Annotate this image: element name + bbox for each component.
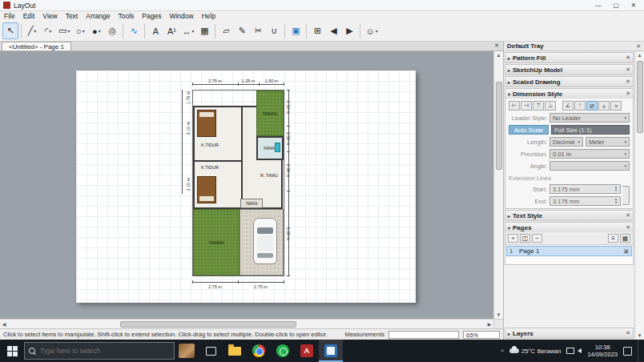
page-list-item[interactable]: 1 Page 1 ▣ bbox=[506, 246, 632, 256]
menu-help[interactable]: Help bbox=[198, 12, 219, 20]
green-app-button[interactable] bbox=[271, 340, 295, 362]
taskbar-app-photo[interactable] bbox=[175, 340, 199, 362]
join-tool[interactable]: ∪ bbox=[266, 22, 282, 39]
section-close-icon[interactable]: ✕ bbox=[626, 330, 630, 336]
weather-widget[interactable]: 25°C Berawan bbox=[509, 348, 561, 355]
scaled-drawing-header[interactable]: ▸ Scaled Drawing ✕ bbox=[505, 77, 633, 86]
maximize-button[interactable]: ▢ bbox=[607, 0, 625, 11]
document-tab[interactable]: <Untitled> - Page 1 bbox=[2, 42, 71, 50]
tray-scroll-thumb[interactable] bbox=[637, 61, 643, 133]
style-tool[interactable]: ✎ bbox=[234, 22, 250, 39]
scroll-down-icon[interactable]: ▼ bbox=[497, 311, 501, 319]
vertical-scroll-thumb[interactable] bbox=[496, 82, 502, 170]
start-button[interactable] bbox=[0, 340, 24, 362]
red-app-button[interactable]: A bbox=[295, 340, 319, 362]
start-length-stepper[interactable]: 3.175 mm ▲▼ bbox=[549, 184, 621, 194]
dim-units-button[interactable]: ° bbox=[574, 101, 586, 111]
length-unit-select[interactable]: Meter ▾ bbox=[586, 137, 630, 147]
chrome-button[interactable] bbox=[247, 340, 271, 362]
table-tool[interactable]: ▦ bbox=[196, 22, 212, 39]
close-button[interactable]: ✕ bbox=[625, 0, 642, 11]
select-tool[interactable]: ↖ bbox=[2, 22, 18, 39]
angle-select[interactable]: ▾ bbox=[549, 161, 630, 171]
add-page-button[interactable]: ⊞ bbox=[309, 22, 325, 39]
previous-page-button[interactable]: ◀ bbox=[325, 22, 341, 39]
split-tool[interactable]: ✂ bbox=[250, 22, 266, 39]
volume-icon[interactable] bbox=[578, 348, 582, 353]
menu-pages[interactable]: Pages bbox=[138, 12, 165, 20]
action-center-icon[interactable] bbox=[623, 347, 632, 356]
scroll-left-icon[interactable]: ◀ bbox=[0, 321, 8, 327]
menu-arrange[interactable]: Arrange bbox=[82, 12, 114, 20]
page-presentation-icon[interactable]: ▣ bbox=[623, 248, 629, 255]
section-close-icon[interactable]: ✕ bbox=[626, 224, 630, 231]
account-button[interactable]: ☺▾ bbox=[363, 22, 380, 39]
dim-units-button[interactable]: ∠ bbox=[562, 101, 574, 111]
minimize-button[interactable]: — bbox=[590, 0, 607, 11]
list-view-button[interactable]: ≡ bbox=[608, 234, 618, 243]
menu-view[interactable]: View bbox=[38, 12, 61, 20]
zoom-level[interactable]: 65% bbox=[463, 331, 500, 339]
section-close-icon[interactable]: ✕ bbox=[626, 212, 630, 219]
layout-taskbar-button[interactable] bbox=[319, 340, 343, 362]
rectangle-tool[interactable]: ▭▾ bbox=[56, 22, 72, 39]
tray-close-icon[interactable]: ✕ bbox=[636, 43, 641, 50]
arc-tool[interactable]: ◜▾ bbox=[40, 22, 56, 39]
paper-sheet[interactable]: K.TIDUR K.TIDUR TAMAN KM/WC R. TAMU TERA… bbox=[76, 70, 416, 303]
dim-align-button[interactable]: ⊢ bbox=[509, 101, 520, 111]
pages-header[interactable]: ▾ Pages ✕ bbox=[505, 223, 633, 232]
sketchup-model-header[interactable]: ▸ SketchUp Model ✕ bbox=[505, 65, 633, 74]
label-tool[interactable]: A¹ bbox=[163, 22, 179, 39]
add-page-button[interactable]: + bbox=[508, 234, 518, 243]
dimension-style-header[interactable]: ▾ Dimension Style ✕ bbox=[505, 89, 633, 99]
scroll-right-icon[interactable]: ▶ bbox=[485, 321, 493, 327]
next-page-button[interactable]: ▶ bbox=[341, 22, 357, 39]
menu-file[interactable]: File bbox=[0, 12, 19, 20]
grid-view-button[interactable]: ▦ bbox=[620, 234, 630, 243]
dim-units-button[interactable]: ≡ bbox=[610, 101, 622, 111]
dim-align-button[interactable]: ⊣ bbox=[521, 101, 532, 111]
scroll-down-icon[interactable]: ▼ bbox=[638, 332, 642, 340]
delete-page-button[interactable]: − bbox=[532, 234, 542, 243]
duplicate-page-button[interactable]: ◫ bbox=[520, 234, 530, 243]
dim-align-button[interactable]: ⊥ bbox=[545, 101, 556, 111]
drawing-canvas[interactable]: K.TIDUR K.TIDUR TAMAN KM/WC R. TAMU TERA… bbox=[0, 51, 493, 319]
text-style-header[interactable]: ▸ Text Style ✕ bbox=[505, 211, 633, 220]
taskbar-search[interactable] bbox=[24, 342, 175, 360]
scroll-up-icon[interactable]: ▲ bbox=[638, 51, 642, 59]
stepper-arrows-icon[interactable]: ▲▼ bbox=[614, 186, 618, 192]
ellipse-tool[interactable]: ●▾ bbox=[88, 22, 104, 39]
taskbar-clock[interactable]: 10:38 14/09/2023 bbox=[587, 344, 618, 358]
menu-window[interactable]: Window bbox=[165, 12, 197, 20]
precision-select[interactable]: 0.01 m ▾ bbox=[549, 149, 630, 159]
section-close-icon[interactable]: ✕ bbox=[626, 54, 630, 61]
task-view-button[interactable] bbox=[199, 340, 223, 362]
line-tool[interactable]: ╱▾ bbox=[24, 22, 40, 39]
stepper-arrows-icon[interactable]: ▲▼ bbox=[614, 198, 618, 204]
close-tab-icon[interactable]: ✕ bbox=[490, 41, 503, 50]
menu-text[interactable]: Text bbox=[62, 12, 83, 20]
horizontal-scrollbar[interactable]: ◀ ▶ bbox=[0, 319, 493, 328]
leader-style-select[interactable]: No Leader ▾ bbox=[549, 113, 630, 123]
pattern-fill-header[interactable]: ▸ Pattern Fill ✕ bbox=[505, 53, 633, 62]
section-close-icon[interactable]: ✕ bbox=[626, 66, 630, 73]
measurements-input[interactable] bbox=[388, 331, 459, 339]
vertical-scrollbar[interactable]: ▲ ▼ bbox=[493, 51, 503, 319]
text-tool[interactable]: A bbox=[147, 22, 163, 39]
network-icon[interactable] bbox=[566, 348, 574, 354]
menu-tools[interactable]: Tools bbox=[114, 12, 138, 20]
menu-edit[interactable]: Edit bbox=[19, 12, 39, 20]
dim-units-button[interactable]: Ø bbox=[586, 101, 598, 111]
offset-tool[interactable]: ◎ bbox=[104, 22, 120, 39]
auto-scale-toggle[interactable]: Auto Scale bbox=[509, 125, 549, 135]
hidden-icons-chevron[interactable]: ^ bbox=[501, 348, 504, 355]
start-presentation-button[interactable]: ▣ bbox=[288, 22, 304, 39]
floor-plan-drawing[interactable]: K.TIDUR K.TIDUR TAMAN KM/WC R. TAMU TERA… bbox=[192, 90, 284, 276]
scale-select[interactable]: Full Size (1:1) ▾ bbox=[551, 125, 630, 135]
tray-scrollbar[interactable]: ▲ ▼ bbox=[634, 51, 644, 340]
dim-align-button[interactable]: ⊤ bbox=[533, 101, 544, 111]
dimension-tool[interactable]: ↔▾ bbox=[179, 22, 196, 39]
search-input[interactable] bbox=[40, 347, 170, 355]
section-close-icon[interactable]: ✕ bbox=[626, 90, 630, 97]
end-length-stepper[interactable]: 3.175 mm ▲▼ bbox=[549, 196, 621, 206]
